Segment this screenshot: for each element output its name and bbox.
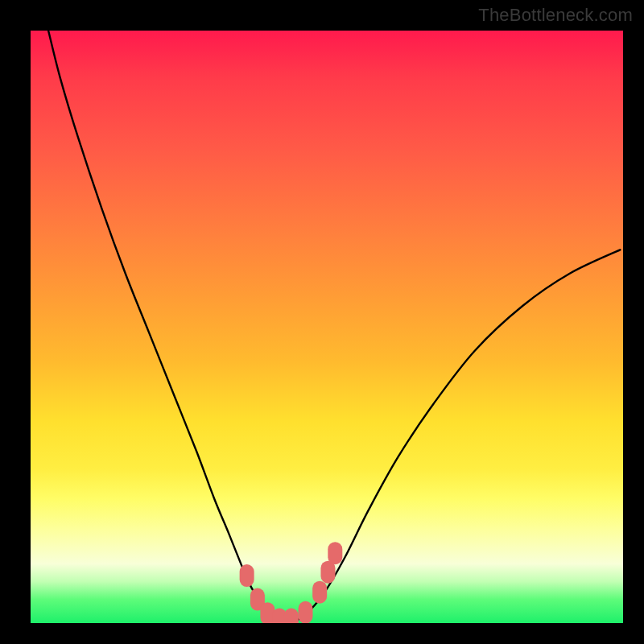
highlight-marker [240, 564, 254, 587]
bottleneck-curve [48, 31, 620, 621]
chart-frame: TheBottleneck.com [0, 0, 644, 644]
highlight-marker [284, 609, 299, 623]
highlight-markers [240, 542, 343, 623]
chart-overlay-svg [31, 31, 623, 623]
chart-plot-area [31, 31, 623, 623]
watermark-text: TheBottleneck.com [478, 5, 633, 26]
highlight-marker [328, 542, 342, 564]
highlight-marker [320, 561, 335, 584]
highlight-marker [312, 581, 327, 604]
highlight-marker [299, 601, 313, 623]
